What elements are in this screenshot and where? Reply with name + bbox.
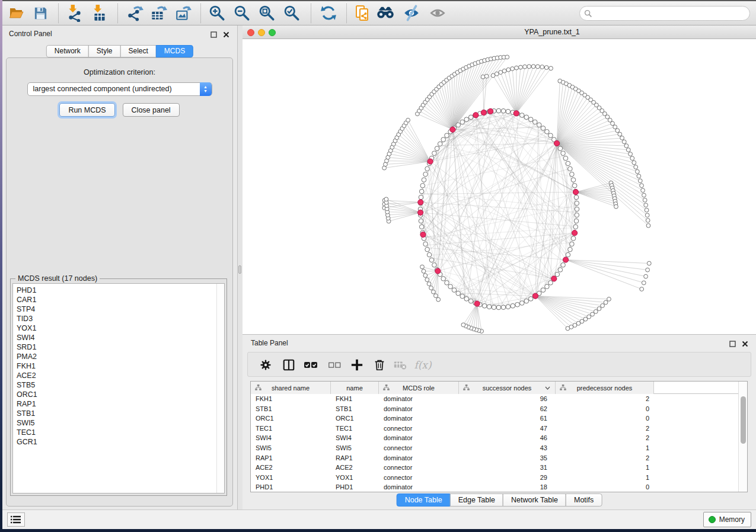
select-all-columns-icon[interactable] bbox=[302, 357, 319, 373]
table-cell[interactable]: 2 bbox=[556, 453, 654, 463]
network-node[interactable] bbox=[420, 184, 425, 188]
import-table-icon[interactable] bbox=[90, 4, 109, 23]
table-cell[interactable]: ACE2 bbox=[331, 463, 379, 473]
network-node[interactable] bbox=[460, 120, 465, 124]
network-node[interactable] bbox=[436, 297, 441, 302]
network-node[interactable] bbox=[615, 129, 620, 133]
network-graph[interactable] bbox=[243, 39, 756, 334]
network-node[interactable] bbox=[427, 282, 431, 286]
mcds-result-item[interactable]: GCR1 bbox=[13, 437, 216, 447]
table-cell[interactable]: RAP1 bbox=[331, 453, 379, 463]
table-cell[interactable]: STB1 bbox=[331, 404, 379, 414]
table-cell[interactable]: 31 bbox=[459, 463, 556, 473]
network-node[interactable] bbox=[506, 305, 511, 309]
network-node[interactable] bbox=[545, 130, 550, 134]
mcds-result-item[interactable]: SRD1 bbox=[13, 342, 216, 352]
table-cell[interactable]: TEC1 bbox=[331, 424, 379, 434]
table-cell[interactable]: ACE2 bbox=[251, 463, 331, 473]
tab-network[interactable]: Network bbox=[46, 45, 89, 57]
table-cell[interactable]: 29 bbox=[459, 473, 556, 483]
network-node[interactable] bbox=[536, 65, 540, 69]
network-node[interactable] bbox=[456, 123, 461, 127]
save-session-icon[interactable] bbox=[31, 4, 50, 23]
network-node[interactable] bbox=[558, 268, 563, 273]
network-node[interactable] bbox=[501, 109, 506, 114]
mcds-node[interactable] bbox=[420, 232, 426, 237]
network-node[interactable] bbox=[645, 208, 649, 212]
network-node[interactable] bbox=[575, 213, 579, 217]
tab-node-table[interactable]: Node Table bbox=[397, 493, 451, 507]
mcds-node[interactable] bbox=[563, 257, 569, 262]
network-node[interactable] bbox=[505, 55, 509, 59]
mcds-node[interactable] bbox=[418, 200, 423, 205]
network-node[interactable] bbox=[645, 213, 649, 217]
table-cell[interactable]: connector bbox=[379, 473, 459, 483]
zoom-out-icon[interactable] bbox=[232, 4, 251, 23]
table-cell[interactable]: 61 bbox=[459, 414, 556, 424]
network-node[interactable] bbox=[434, 294, 438, 298]
network-node[interactable] bbox=[422, 269, 426, 273]
network-node[interactable] bbox=[445, 281, 449, 286]
tab-edge-table[interactable]: Edge Table bbox=[450, 493, 503, 507]
mcds-node[interactable] bbox=[435, 268, 441, 274]
mcds-node[interactable] bbox=[551, 276, 557, 281]
network-node[interactable] bbox=[496, 108, 501, 113]
table-cell[interactable]: 46 bbox=[459, 433, 556, 443]
network-node[interactable] bbox=[432, 290, 436, 294]
close-panel-button[interactable]: Close panel bbox=[123, 103, 180, 117]
network-node[interactable] bbox=[549, 66, 553, 70]
table-row[interactable]: SWI5SWI5connector431 bbox=[251, 443, 747, 453]
table-row[interactable]: ACE2ACE2connector311 bbox=[251, 463, 747, 473]
mcds-node[interactable] bbox=[473, 113, 479, 118]
mcds-node[interactable] bbox=[572, 230, 578, 236]
network-node[interactable] bbox=[496, 305, 501, 310]
mcds-node[interactable] bbox=[532, 293, 538, 299]
network-node[interactable] bbox=[461, 323, 465, 327]
network-node[interactable] bbox=[419, 195, 423, 200]
mcds-result-item[interactable]: ACE2 bbox=[13, 371, 216, 380]
network-node[interactable] bbox=[499, 70, 503, 75]
network-node[interactable] bbox=[533, 120, 538, 124]
search-input[interactable] bbox=[595, 9, 737, 18]
network-node[interactable] bbox=[464, 297, 469, 302]
network-node[interactable] bbox=[644, 203, 648, 207]
table-cell[interactable]: STB1 bbox=[251, 404, 331, 414]
network-node[interactable] bbox=[456, 291, 461, 296]
table-cell[interactable]: 0 bbox=[556, 414, 654, 424]
run-mcds-button[interactable]: Run MCDS bbox=[59, 103, 114, 117]
network-node[interactable] bbox=[594, 310, 598, 314]
network-node[interactable] bbox=[441, 137, 446, 142]
tab-mcds[interactable]: MCDS bbox=[156, 45, 193, 57]
mcds-node[interactable] bbox=[573, 190, 578, 195]
network-node[interactable] bbox=[423, 274, 428, 278]
criterion-dropdown[interactable]: largest connected component (undirected)… bbox=[27, 82, 212, 96]
network-node[interactable] bbox=[574, 195, 579, 200]
network-node[interactable] bbox=[555, 272, 560, 277]
column-header-shared-name[interactable]: shared name bbox=[251, 382, 331, 394]
network-node[interactable] bbox=[624, 144, 629, 148]
network-node[interactable] bbox=[607, 297, 611, 302]
network-node[interactable] bbox=[406, 118, 410, 122]
panel-splitter[interactable] bbox=[238, 25, 243, 509]
network-node[interactable] bbox=[570, 242, 575, 246]
network-node[interactable] bbox=[637, 174, 641, 178]
network-node[interactable] bbox=[537, 123, 542, 127]
network-node[interactable] bbox=[429, 258, 434, 262]
table-cell[interactable]: YOX1 bbox=[331, 473, 379, 483]
mcds-result-item[interactable]: FKH1 bbox=[13, 361, 216, 371]
network-node[interactable] bbox=[601, 304, 605, 308]
network-node[interactable] bbox=[541, 288, 546, 293]
mcds-result-item[interactable]: TID3 bbox=[13, 314, 216, 323]
create-column-icon[interactable] bbox=[349, 357, 365, 373]
show-hide-icon[interactable] bbox=[402, 4, 421, 23]
mcds-result-item[interactable]: RAP1 bbox=[13, 399, 216, 409]
network-node[interactable] bbox=[540, 65, 544, 69]
export-network-icon[interactable] bbox=[125, 4, 144, 23]
network-canvas[interactable] bbox=[243, 39, 756, 334]
network-node[interactable] bbox=[597, 307, 601, 311]
table-cell[interactable]: PHD1 bbox=[251, 482, 331, 492]
network-node[interactable] bbox=[613, 125, 617, 129]
network-search-box[interactable] bbox=[579, 6, 750, 21]
export-image-icon[interactable] bbox=[174, 4, 193, 23]
table-row[interactable]: TEC1TEC1connector472 bbox=[251, 424, 747, 434]
